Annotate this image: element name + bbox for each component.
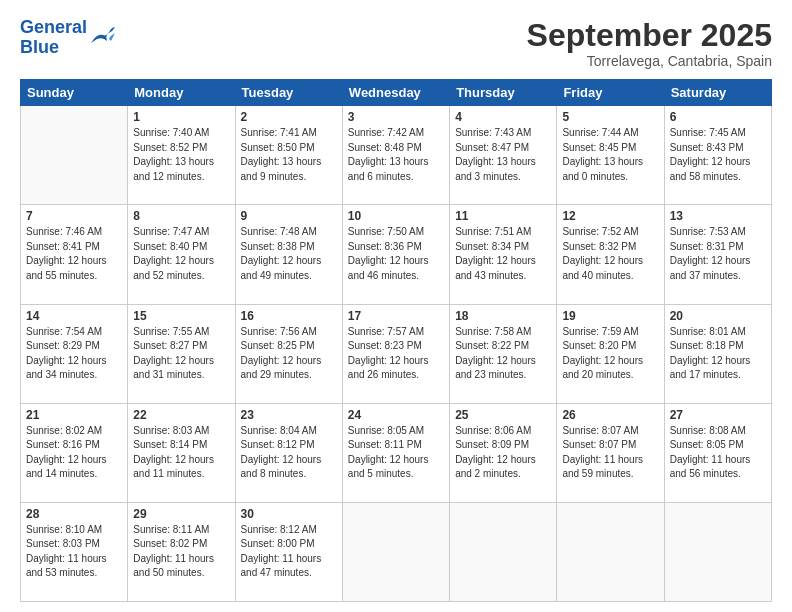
col-thursday: Thursday — [450, 80, 557, 106]
cell-info: Sunrise: 8:05 AM Sunset: 8:11 PM Dayligh… — [348, 424, 444, 482]
table-row: 26Sunrise: 8:07 AM Sunset: 8:07 PM Dayli… — [557, 403, 664, 502]
cell-info: Sunrise: 8:12 AM Sunset: 8:00 PM Dayligh… — [241, 523, 337, 581]
day-number: 28 — [26, 507, 122, 521]
cell-info: Sunrise: 7:40 AM Sunset: 8:52 PM Dayligh… — [133, 126, 229, 184]
table-row: 18Sunrise: 7:58 AM Sunset: 8:22 PM Dayli… — [450, 304, 557, 403]
col-tuesday: Tuesday — [235, 80, 342, 106]
cell-info: Sunrise: 7:46 AM Sunset: 8:41 PM Dayligh… — [26, 225, 122, 283]
cell-info: Sunrise: 7:44 AM Sunset: 8:45 PM Dayligh… — [562, 126, 658, 184]
logo-bird-icon — [89, 25, 117, 47]
day-number: 30 — [241, 507, 337, 521]
day-number: 25 — [455, 408, 551, 422]
cell-info: Sunrise: 7:50 AM Sunset: 8:36 PM Dayligh… — [348, 225, 444, 283]
table-row — [557, 502, 664, 601]
cell-info: Sunrise: 7:52 AM Sunset: 8:32 PM Dayligh… — [562, 225, 658, 283]
location: Torrelavega, Cantabria, Spain — [527, 53, 772, 69]
day-number: 21 — [26, 408, 122, 422]
day-number: 1 — [133, 110, 229, 124]
col-monday: Monday — [128, 80, 235, 106]
cell-info: Sunrise: 8:06 AM Sunset: 8:09 PM Dayligh… — [455, 424, 551, 482]
cell-info: Sunrise: 8:08 AM Sunset: 8:05 PM Dayligh… — [670, 424, 766, 482]
table-row: 21Sunrise: 8:02 AM Sunset: 8:16 PM Dayli… — [21, 403, 128, 502]
table-row: 22Sunrise: 8:03 AM Sunset: 8:14 PM Dayli… — [128, 403, 235, 502]
table-row: 23Sunrise: 8:04 AM Sunset: 8:12 PM Dayli… — [235, 403, 342, 502]
cell-info: Sunrise: 8:03 AM Sunset: 8:14 PM Dayligh… — [133, 424, 229, 482]
day-number: 13 — [670, 209, 766, 223]
calendar-week-row: 7Sunrise: 7:46 AM Sunset: 8:41 PM Daylig… — [21, 205, 772, 304]
logo-line2: Blue — [20, 37, 59, 57]
table-row: 4Sunrise: 7:43 AM Sunset: 8:47 PM Daylig… — [450, 106, 557, 205]
cell-info: Sunrise: 7:51 AM Sunset: 8:34 PM Dayligh… — [455, 225, 551, 283]
title-block: September 2025 Torrelavega, Cantabria, S… — [527, 18, 772, 69]
day-number: 3 — [348, 110, 444, 124]
day-number: 12 — [562, 209, 658, 223]
calendar-header-row: Sunday Monday Tuesday Wednesday Thursday… — [21, 80, 772, 106]
table-row: 29Sunrise: 8:11 AM Sunset: 8:02 PM Dayli… — [128, 502, 235, 601]
table-row: 14Sunrise: 7:54 AM Sunset: 8:29 PM Dayli… — [21, 304, 128, 403]
col-wednesday: Wednesday — [342, 80, 449, 106]
day-number: 23 — [241, 408, 337, 422]
month-title: September 2025 — [527, 18, 772, 53]
logo-line1: General — [20, 17, 87, 37]
table-row: 30Sunrise: 8:12 AM Sunset: 8:00 PM Dayli… — [235, 502, 342, 601]
calendar-week-row: 1Sunrise: 7:40 AM Sunset: 8:52 PM Daylig… — [21, 106, 772, 205]
table-row — [342, 502, 449, 601]
table-row: 20Sunrise: 8:01 AM Sunset: 8:18 PM Dayli… — [664, 304, 771, 403]
cell-info: Sunrise: 7:54 AM Sunset: 8:29 PM Dayligh… — [26, 325, 122, 383]
col-saturday: Saturday — [664, 80, 771, 106]
col-friday: Friday — [557, 80, 664, 106]
day-number: 7 — [26, 209, 122, 223]
cell-info: Sunrise: 7:56 AM Sunset: 8:25 PM Dayligh… — [241, 325, 337, 383]
cell-info: Sunrise: 7:41 AM Sunset: 8:50 PM Dayligh… — [241, 126, 337, 184]
table-row: 27Sunrise: 8:08 AM Sunset: 8:05 PM Dayli… — [664, 403, 771, 502]
day-number: 18 — [455, 309, 551, 323]
page: General Blue September 2025 Torrelavega,… — [0, 0, 792, 612]
day-number: 14 — [26, 309, 122, 323]
day-number: 15 — [133, 309, 229, 323]
table-row: 25Sunrise: 8:06 AM Sunset: 8:09 PM Dayli… — [450, 403, 557, 502]
table-row: 3Sunrise: 7:42 AM Sunset: 8:48 PM Daylig… — [342, 106, 449, 205]
cell-info: Sunrise: 7:53 AM Sunset: 8:31 PM Dayligh… — [670, 225, 766, 283]
calendar-week-row: 14Sunrise: 7:54 AM Sunset: 8:29 PM Dayli… — [21, 304, 772, 403]
col-sunday: Sunday — [21, 80, 128, 106]
cell-info: Sunrise: 7:47 AM Sunset: 8:40 PM Dayligh… — [133, 225, 229, 283]
table-row: 8Sunrise: 7:47 AM Sunset: 8:40 PM Daylig… — [128, 205, 235, 304]
table-row — [664, 502, 771, 601]
cell-info: Sunrise: 7:43 AM Sunset: 8:47 PM Dayligh… — [455, 126, 551, 184]
day-number: 29 — [133, 507, 229, 521]
cell-info: Sunrise: 8:02 AM Sunset: 8:16 PM Dayligh… — [26, 424, 122, 482]
table-row: 15Sunrise: 7:55 AM Sunset: 8:27 PM Dayli… — [128, 304, 235, 403]
day-number: 16 — [241, 309, 337, 323]
table-row: 19Sunrise: 7:59 AM Sunset: 8:20 PM Dayli… — [557, 304, 664, 403]
table-row: 16Sunrise: 7:56 AM Sunset: 8:25 PM Dayli… — [235, 304, 342, 403]
cell-info: Sunrise: 7:45 AM Sunset: 8:43 PM Dayligh… — [670, 126, 766, 184]
table-row: 5Sunrise: 7:44 AM Sunset: 8:45 PM Daylig… — [557, 106, 664, 205]
day-number: 26 — [562, 408, 658, 422]
day-number: 10 — [348, 209, 444, 223]
table-row: 11Sunrise: 7:51 AM Sunset: 8:34 PM Dayli… — [450, 205, 557, 304]
table-row: 10Sunrise: 7:50 AM Sunset: 8:36 PM Dayli… — [342, 205, 449, 304]
table-row: 7Sunrise: 7:46 AM Sunset: 8:41 PM Daylig… — [21, 205, 128, 304]
cell-info: Sunrise: 8:01 AM Sunset: 8:18 PM Dayligh… — [670, 325, 766, 383]
table-row: 12Sunrise: 7:52 AM Sunset: 8:32 PM Dayli… — [557, 205, 664, 304]
day-number: 5 — [562, 110, 658, 124]
day-number: 4 — [455, 110, 551, 124]
table-row: 1Sunrise: 7:40 AM Sunset: 8:52 PM Daylig… — [128, 106, 235, 205]
table-row: 13Sunrise: 7:53 AM Sunset: 8:31 PM Dayli… — [664, 205, 771, 304]
cell-info: Sunrise: 8:04 AM Sunset: 8:12 PM Dayligh… — [241, 424, 337, 482]
calendar-week-row: 28Sunrise: 8:10 AM Sunset: 8:03 PM Dayli… — [21, 502, 772, 601]
day-number: 6 — [670, 110, 766, 124]
table-row: 24Sunrise: 8:05 AM Sunset: 8:11 PM Dayli… — [342, 403, 449, 502]
table-row: 17Sunrise: 7:57 AM Sunset: 8:23 PM Dayli… — [342, 304, 449, 403]
table-row: 6Sunrise: 7:45 AM Sunset: 8:43 PM Daylig… — [664, 106, 771, 205]
day-number: 11 — [455, 209, 551, 223]
cell-info: Sunrise: 8:07 AM Sunset: 8:07 PM Dayligh… — [562, 424, 658, 482]
cell-info: Sunrise: 8:10 AM Sunset: 8:03 PM Dayligh… — [26, 523, 122, 581]
day-number: 20 — [670, 309, 766, 323]
logo-text: General Blue — [20, 18, 87, 58]
cell-info: Sunrise: 7:57 AM Sunset: 8:23 PM Dayligh… — [348, 325, 444, 383]
cell-info: Sunrise: 7:42 AM Sunset: 8:48 PM Dayligh… — [348, 126, 444, 184]
table-row — [21, 106, 128, 205]
day-number: 17 — [348, 309, 444, 323]
cell-info: Sunrise: 7:55 AM Sunset: 8:27 PM Dayligh… — [133, 325, 229, 383]
